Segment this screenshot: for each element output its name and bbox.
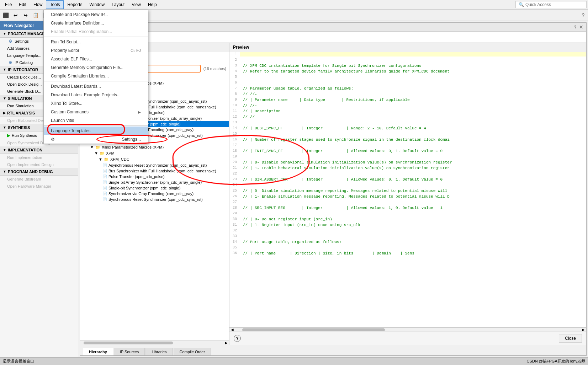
menu-create-interface[interactable]: Create Interface Definition... — [44, 19, 148, 27]
tab-compile-order[interactable]: Compile Order — [174, 348, 211, 355]
file-icon-v3: 📄 — [103, 175, 107, 178]
code-line-23: 23 // | SIM_ASSERT_CHK | Integer | Allow… — [229, 177, 586, 183]
preview-scrollbar-h[interactable]: ◀ ▶ — [229, 327, 586, 332]
tree-item-bus-sync-v[interactable]: 📄 Bus Synchronizer with Full Handshake (… — [80, 168, 229, 174]
menu-create-package-ip[interactable]: Create and Package New IP... — [44, 10, 148, 19]
menu-language-templates[interactable]: Language Templates — [44, 127, 148, 135]
nav-item-generate-bitstream[interactable]: Generate Bitstream — [0, 176, 78, 183]
quick-access-bar[interactable]: 🔍 — [515, 1, 587, 8]
scroll-right-btn[interactable]: ▶ — [225, 341, 228, 345]
code-line-7: 7 // Parameter usage table, organized as… — [229, 86, 586, 92]
code-line-35: 35 — [229, 246, 586, 251]
file-icon-v7: 📄 — [103, 197, 107, 201]
menu-property-editor[interactable]: Property Editor Ctrl+J — [44, 46, 148, 55]
toolbar-copy[interactable]: 📋 — [31, 11, 40, 20]
scroll-left-btn[interactable]: ◀ — [229, 328, 235, 332]
chevron-icon-rtl: ▶ — [3, 111, 6, 115]
menu-download-boards[interactable]: Download Latest Boards... — [44, 82, 148, 91]
status-text: 显示语言模板窗口 — [3, 359, 34, 364]
code-line-22: 22 — [229, 172, 586, 177]
menu-gen-mem-config[interactable]: Generate Memory Configuration File... — [44, 63, 148, 72]
templates-scrollbar-h[interactable]: ▶ — [80, 340, 229, 345]
scroll-right-btn-2[interactable]: ▶ — [581, 328, 586, 332]
menu-compile-sim[interactable]: Compile Simulation Libraries... — [44, 72, 148, 80]
menu-file[interactable]: File — [1, 1, 15, 9]
file-icon-v6: 📄 — [103, 192, 107, 195]
tree-item-pulse-v[interactable]: 📄 Pulse Transfer (xpm_cdc_pulse) — [80, 174, 229, 179]
folder-icon-xpm-v2: 📁 — [100, 151, 105, 156]
preview-content[interactable]: 1 2 3 // XPM_CDC instantiation template … — [229, 52, 586, 328]
tree-item-single-v[interactable]: 📄 Single-bit Synchronizer (xpm_cdc_singl… — [80, 185, 229, 191]
tools-dropdown-menu[interactable]: Create and Package New IP... Create Inte… — [43, 10, 148, 144]
preview-scroll-thumb[interactable] — [242, 328, 385, 331]
code-line-1: 1 — [229, 52, 586, 58]
menu-download-examples[interactable]: Download Latest Example Projects... — [44, 91, 148, 99]
window-close-button[interactable]: ✕ — [579, 24, 583, 30]
menu-xilinx-tcl-store[interactable]: Xilinx Tcl Store... — [44, 99, 148, 108]
menu-settings[interactable]: ⚙ Settings... — [44, 135, 148, 144]
bottom-tabs: Hierarchy IP Sources Libraries Compile O… — [80, 345, 586, 355]
file-icon-v2: 📄 — [103, 169, 107, 173]
nav-item-run-implementation[interactable]: Run Implementation — [0, 154, 78, 161]
folder-icon-cdc-vhdl: 📁 — [104, 157, 109, 162]
code-line-17: 17 — [229, 143, 586, 149]
search-icon: 🔍 — [519, 2, 524, 7]
file-icon-v5: 📄 — [103, 186, 107, 190]
close-button[interactable]: Close — [559, 334, 582, 343]
nav-section-program-debug[interactable]: ▼ PROGRAM AND DEBUG — [0, 168, 78, 176]
quick-access-input[interactable] — [525, 2, 583, 7]
menu-reports[interactable]: Reports — [64, 1, 86, 9]
code-line-26: 26 // | 1- Enable simulation message rep… — [229, 194, 586, 200]
code-line-14: 14 // | DEST_SYNC_FF | Integer | Range: … — [229, 126, 586, 132]
tree-item-sync-rst-v[interactable]: 📄 Synchronous Reset Synchronizer (xpm_cd… — [80, 197, 229, 202]
code-line-2: 2 — [229, 58, 586, 64]
help-button[interactable]: ? — [234, 335, 241, 342]
menu-help[interactable]: Help — [144, 1, 160, 9]
menu-flow[interactable]: Flow — [30, 1, 46, 9]
code-line-3: 3 // XPM_CDC instantiation template for … — [229, 64, 586, 69]
menu-run-tcl[interactable]: Run Tcl Script... — [44, 38, 148, 46]
menu-view[interactable]: View — [128, 1, 144, 9]
tree-item-array-v[interactable]: 📄 Single-bit Array Synchronizer (xpm_cdc… — [80, 179, 229, 185]
tree-item-xpm-vhdl-2[interactable]: ▼ 📁 XPM — [80, 150, 229, 156]
gear-icon-2: ⚙ — [9, 60, 12, 65]
gear-icon: ⚙ — [9, 39, 12, 44]
window-help-icon[interactable]: ? — [574, 25, 576, 29]
code-line-5: 5 — [229, 75, 586, 81]
tab-ip-sources[interactable]: IP Sources — [114, 348, 145, 355]
menu-custom-commands[interactable]: Custom Commands ▶ — [44, 108, 148, 116]
code-line-9: 9 // | Parameter name | Data type | Rest… — [229, 98, 586, 103]
tab-hierarchy[interactable]: Hierarchy — [83, 348, 113, 355]
menu-associate-elf[interactable]: Associate ELF Files... — [44, 55, 148, 63]
code-line-16: 16 // | Number of register stages used t… — [229, 138, 586, 143]
tab-libraries[interactable]: Libraries — [145, 348, 173, 355]
folder-icon-xpm-vhdl: 📁 — [95, 145, 100, 150]
menu-sep-3 — [44, 125, 148, 126]
status-bar: 显示语言模板窗口 CSDN @搞FPGA开发的Tony老师 — [0, 357, 588, 365]
menu-tools[interactable]: Tools — [46, 0, 64, 9]
menu-enable-partial-reconfig[interactable]: Enable Partial Reconfiguration... — [44, 27, 148, 36]
menu-launch-vitis[interactable]: Launch Vitis — [44, 116, 148, 125]
code-line-19: 19 — [229, 155, 586, 160]
search-matches: (16 matches) — [203, 66, 226, 71]
nav-section-implementation[interactable]: ▼ IMPLEMENTATION — [0, 146, 78, 154]
nav-item-open-implemented[interactable]: Open Implemented Design — [0, 161, 78, 168]
tree-item-xpm-cdc-vhdl[interactable]: ▼ 📁 XPM_CDC — [80, 156, 229, 162]
menu-edit[interactable]: Edit — [15, 1, 30, 9]
menu-layout[interactable]: Layout — [108, 1, 128, 9]
nav-item-open-hardware-manager[interactable]: Open Hardware Manager — [0, 183, 78, 190]
menu-sep-2 — [44, 81, 148, 81]
chevron-icon-impl: ▼ — [3, 148, 6, 152]
tree-item-gray-v[interactable]: 📄 Synchronizer via Gray Encoding (xpm_cd… — [80, 191, 229, 197]
tree-item-xpm-vhdl[interactable]: ▼ 📁 Xilinx Parameterized Macros (XPM) — [80, 144, 229, 150]
toolbar-redo[interactable]: ↪ — [21, 11, 30, 20]
toolbar-help-icon[interactable]: ? — [580, 12, 587, 18]
toolbar-new[interactable]: ⬛ — [1, 11, 10, 20]
scroll-thumb[interactable] — [84, 342, 173, 344]
toolbar-undo[interactable]: ↩ — [11, 11, 20, 20]
play-icon: ▶ — [7, 133, 10, 138]
window-subtitle: Select a language template — [80, 32, 586, 43]
code-line-18: 18 // | INIT_SYNC_FF | Integer | Allowed… — [229, 149, 586, 155]
tree-item-async-rst-v[interactable]: 📄 Asynchronous Reset Synchronizer (xpm_c… — [80, 162, 229, 168]
menu-window[interactable]: Window — [86, 1, 108, 9]
